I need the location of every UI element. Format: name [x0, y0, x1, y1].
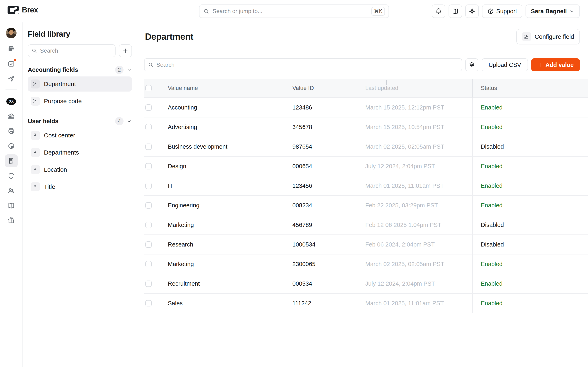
row-checkbox[interactable] — [145, 183, 152, 189]
chevron-down-icon[interactable] — [126, 118, 132, 124]
rail-item-sync[interactable] — [5, 169, 18, 182]
rail-item-cards[interactable] — [5, 42, 18, 55]
rail-item-reporting[interactable] — [5, 140, 18, 152]
sidebar-field-item[interactable]: Cost center — [28, 128, 132, 143]
global-search-input[interactable] — [213, 8, 368, 15]
section-items: Cost center Departments Location Title — [28, 128, 132, 194]
field-type-icon — [33, 81, 38, 87]
column-header-value-name: Value name — [168, 79, 284, 98]
rail-item-travel[interactable] — [5, 72, 18, 85]
field-type-icon — [33, 99, 38, 104]
rail-item-tasks[interactable] — [5, 57, 18, 70]
table-header-row: Value name Value ID Last updated Status — [144, 79, 588, 98]
field-item-label: Department — [44, 81, 76, 87]
row-checkbox[interactable] — [145, 202, 152, 209]
sidebar-field-item[interactable]: Departments — [28, 145, 132, 160]
notifications-button[interactable] — [432, 4, 445, 18]
value-name-cell: Business development — [168, 137, 284, 156]
search-icon — [148, 62, 154, 68]
table-settings-button[interactable] — [465, 58, 478, 71]
field-icon-chip — [31, 131, 40, 140]
row-checkbox[interactable] — [145, 104, 152, 111]
table-toolbar: Upload CSV Add value — [144, 58, 580, 71]
select-all-checkbox[interactable] — [145, 85, 152, 91]
value-name-cell: Marketing — [168, 215, 284, 234]
table-row[interactable]: Business development 987654 March 02 202… — [144, 137, 588, 157]
status-cell: Enabled — [473, 294, 588, 313]
status-cell: Enabled — [473, 157, 588, 176]
value-search[interactable] — [144, 58, 462, 71]
docs-button[interactable] — [449, 4, 462, 18]
row-checkbox[interactable] — [145, 222, 152, 228]
rail-item-receipts[interactable] — [5, 154, 18, 167]
column-header-status: Status — [473, 79, 588, 98]
add-value-button[interactable]: Add value — [531, 58, 580, 71]
field-icon-chip — [31, 80, 40, 89]
field-item-label: Location — [44, 166, 67, 173]
field-item-label: Departments — [44, 149, 79, 156]
rail-item-people[interactable] — [5, 184, 18, 197]
user-avatar[interactable] — [6, 28, 17, 38]
table-row[interactable]: Marketing 456789 Feb 12 06 2025 1:04pm P… — [144, 215, 588, 235]
sidebar-field-item[interactable]: Title — [28, 179, 132, 194]
global-search[interactable]: ⌘K — [199, 4, 389, 18]
bell-icon — [435, 8, 442, 15]
configure-field-button[interactable]: Configure field — [516, 29, 580, 44]
values-table: Value name Value ID Last updated Status … — [144, 79, 588, 313]
status-cell: Disabled — [473, 137, 588, 156]
plus-icon — [122, 48, 129, 54]
rail-item-library[interactable] — [5, 199, 18, 212]
sidebar-field-item[interactable]: Location — [28, 162, 132, 177]
row-checkbox[interactable] — [145, 300, 152, 307]
sidebar-field-item[interactable]: Department — [28, 76, 132, 92]
brex-logo[interactable]: Brex — [8, 6, 38, 14]
table-row[interactable]: IT 123456 March 01 2025, 11:01am PST Ena… — [144, 176, 588, 196]
row-checkbox[interactable] — [145, 124, 152, 130]
status-cell: Enabled — [473, 274, 588, 293]
user-menu-button[interactable]: Sara Bagnell — [526, 4, 580, 18]
table-row[interactable]: Design 000654 July 12 2024, 2:04pm PST E… — [144, 157, 588, 176]
value-id-cell: 008234 — [284, 196, 357, 215]
row-checkbox[interactable] — [145, 163, 152, 169]
field-search[interactable] — [28, 44, 116, 57]
assistant-button[interactable] — [465, 4, 479, 18]
sidebar-section-header[interactable]: User fields 4 — [28, 117, 132, 125]
field-search-input[interactable] — [40, 48, 112, 54]
rail-item-banking[interactable] — [5, 110, 18, 123]
chevron-down-icon[interactable] — [126, 67, 132, 73]
brex-mark-icon — [8, 6, 19, 14]
field-type-icon — [33, 167, 38, 173]
rail-item-print[interactable] — [5, 125, 18, 138]
section-label: Accounting fields — [28, 66, 78, 73]
row-checkbox[interactable] — [145, 281, 152, 287]
value-name-cell: Sales — [168, 294, 284, 313]
value-id-cell: 2300065 — [284, 254, 357, 274]
last-updated-cell: Feb 22 2025, 03:29pm PST — [357, 196, 473, 215]
support-button[interactable]: Support — [482, 4, 522, 18]
table-row[interactable]: Accounting 123486 March 15 2025, 12:12pm… — [144, 98, 588, 117]
field-item-label: Cost center — [44, 132, 75, 139]
plus-icon — [537, 62, 543, 68]
value-search-input[interactable] — [156, 62, 458, 68]
upload-csv-button[interactable]: Upload CSV — [482, 58, 528, 71]
section-count-badge: 4 — [115, 117, 123, 125]
people-icon — [8, 187, 15, 194]
sidebar-field-item[interactable]: Purpose code — [28, 94, 132, 109]
rail-item-company[interactable]: XX — [5, 95, 18, 108]
rail-item-rewards[interactable] — [5, 214, 18, 227]
table-row[interactable]: Engineering 008234 Feb 22 2025, 03:29pm … — [144, 196, 588, 215]
table-row[interactable]: Advertising 345678 March 15 2025, 10:54p… — [144, 117, 588, 137]
column-resize-handle[interactable] — [386, 80, 387, 85]
table-row[interactable]: Recruitment 000534 July 12 2024, 2:04pm … — [144, 274, 588, 294]
sidebar-section-header[interactable]: Accounting fields 2 — [28, 66, 132, 74]
table-row[interactable]: Marketing 2300065 March 02 2025, 02:05am… — [144, 254, 588, 274]
value-name-cell: Accounting — [168, 98, 284, 117]
last-updated-cell: March 02 2025, 02:05am PST — [357, 254, 473, 274]
row-checkbox[interactable] — [145, 261, 152, 267]
row-checkbox[interactable] — [145, 242, 152, 248]
table-row[interactable]: Sales 111242 March 01 2025, 11:01am PST … — [144, 294, 588, 313]
table-row[interactable]: Research 1000534 Feb 06 2024, 2:04pm PST… — [144, 235, 588, 254]
add-field-button[interactable] — [119, 44, 132, 57]
row-checkbox[interactable] — [145, 143, 152, 150]
value-name-cell: Research — [168, 235, 284, 254]
